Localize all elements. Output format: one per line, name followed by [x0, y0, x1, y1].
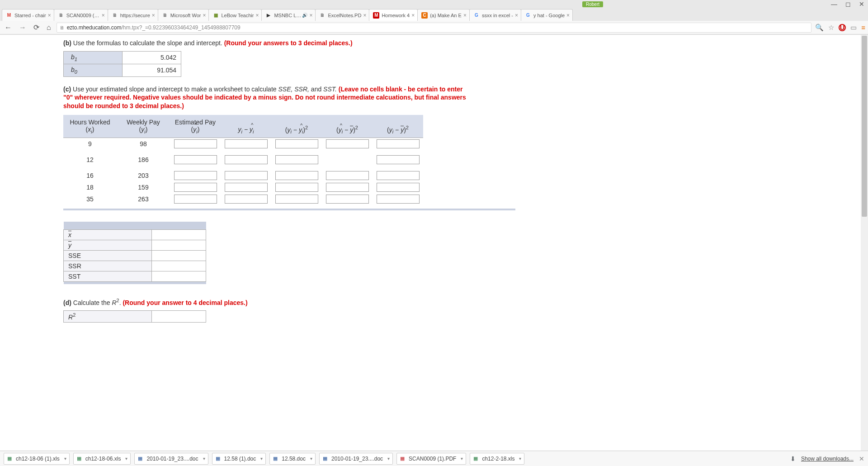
- worksheet-input[interactable]: [174, 195, 217, 204]
- close-download-bar[interactable]: ✕: [859, 455, 864, 462]
- tab-close-icon[interactable]: ×: [309, 12, 312, 19]
- worksheet-input[interactable]: [174, 139, 217, 148]
- scrollbar-track[interactable]: ▲ ▼: [861, 35, 868, 465]
- reload-button[interactable]: ⟳: [32, 22, 41, 33]
- download-item[interactable]: ▦12.58 (1).doc▾: [212, 453, 266, 465]
- tab-close-icon[interactable]: ×: [566, 12, 570, 19]
- worksheet-input[interactable]: [377, 183, 420, 192]
- browser-tab[interactable]: 🗎 SCAN0009 (1). ×: [54, 9, 108, 21]
- r2-input[interactable]: [154, 312, 206, 322]
- worksheet-input[interactable]: [326, 139, 369, 148]
- worksheet-input[interactable]: [326, 171, 369, 180]
- tab-close-icon[interactable]: ×: [515, 12, 518, 19]
- close-window-icon[interactable]: ✕: [859, 0, 864, 8]
- worksheet-input[interactable]: [326, 183, 369, 192]
- download-dropdown-icon[interactable]: ▾: [203, 456, 205, 461]
- show-all-downloads[interactable]: Show all downloads...: [801, 456, 854, 462]
- summary-input[interactable]: [154, 261, 206, 271]
- download-item[interactable]: ▦ch12-2-18.xls▾: [470, 453, 524, 465]
- back-button[interactable]: ←: [3, 23, 14, 33]
- worksheet-input[interactable]: [275, 183, 318, 192]
- favicon: ▶: [265, 12, 272, 19]
- download-dropdown-icon[interactable]: ▾: [260, 456, 263, 461]
- worksheet-input[interactable]: [225, 139, 268, 148]
- summary-input-cell: [152, 251, 206, 261]
- summary-input[interactable]: [154, 271, 206, 281]
- worksheet-input[interactable]: [225, 155, 268, 164]
- excel-icon: ▦: [6, 455, 13, 462]
- worksheet-input[interactable]: [174, 171, 217, 180]
- download-filename: ch12-18-06 (1).xls: [16, 456, 60, 462]
- device-icon[interactable]: ▭: [850, 24, 857, 32]
- b1-value[interactable]: 5.042: [123, 52, 181, 64]
- tab-close-icon[interactable]: ×: [102, 12, 105, 19]
- download-item[interactable]: ▦12.58.doc▾: [269, 453, 316, 465]
- download-item[interactable]: ▦ch12-18-06 (1).xls▾: [4, 453, 70, 465]
- worksheet-input[interactable]: [174, 155, 217, 164]
- worksheet-input[interactable]: [377, 139, 420, 148]
- download-dropdown-icon[interactable]: ▾: [310, 456, 312, 461]
- summary-label: SSR: [64, 261, 152, 271]
- tab-close-icon[interactable]: ×: [152, 12, 155, 19]
- home-button[interactable]: ⌂: [45, 23, 53, 33]
- download-dropdown-icon[interactable]: ▾: [125, 456, 127, 461]
- worksheet-input[interactable]: [275, 155, 318, 164]
- browser-tab[interactable]: 🗎 https://secure ×: [108, 9, 158, 21]
- maximize-icon[interactable]: ◻: [845, 0, 851, 8]
- browser-tab[interactable]: M Starred - chair ×: [2, 9, 54, 21]
- summary-input[interactable]: [154, 240, 206, 250]
- worksheet-input[interactable]: [174, 183, 217, 192]
- worksheet-input[interactable]: [225, 183, 268, 192]
- browser-tab[interactable]: G ssxx in excel - ×: [469, 9, 521, 21]
- summary-input[interactable]: [154, 251, 206, 261]
- browser-tab[interactable]: ▶ MSNBC Live 🔊 ×: [261, 9, 316, 21]
- user-badge[interactable]: Robert: [582, 1, 603, 7]
- download-dropdown-icon[interactable]: ▾: [519, 456, 521, 461]
- download-dropdown-icon[interactable]: ▾: [387, 456, 390, 461]
- download-item[interactable]: ▦2010-01-19_23....doc▾: [319, 453, 393, 465]
- download-dropdown-icon[interactable]: ▾: [461, 456, 463, 461]
- r2-label: R2: [64, 311, 152, 323]
- url-input[interactable]: 🗎 ezto.mheducation.com/hm.tpx?_=0.922396…: [57, 23, 812, 33]
- tab-close-icon[interactable]: ×: [411, 12, 415, 19]
- browser-tab[interactable]: 🗎 Microsoft Wor ×: [158, 9, 209, 21]
- tab-close-icon[interactable]: ×: [363, 12, 366, 19]
- worksheet-input[interactable]: [275, 195, 318, 204]
- zoom-icon[interactable]: 🔍: [815, 24, 824, 32]
- forward-button[interactable]: →: [17, 23, 28, 33]
- browser-tab[interactable]: M Homework 4 ×: [369, 9, 418, 21]
- bookmark-star-icon[interactable]: ☆: [828, 24, 834, 32]
- download-item[interactable]: ▦SCAN0009 (1).PDF▾: [396, 453, 466, 465]
- b0-value[interactable]: 91.054: [123, 64, 181, 76]
- browser-tab[interactable]: G y hat - Google ×: [521, 9, 573, 21]
- scrollbar-thumb[interactable]: [862, 36, 867, 217]
- worksheet-input[interactable]: [225, 195, 268, 204]
- download-item[interactable]: ▦ch12-18-06.xls▾: [73, 453, 131, 465]
- worksheet-input[interactable]: [377, 171, 420, 180]
- worksheet-input[interactable]: [275, 171, 318, 180]
- tab-title: SCAN0009 (1).: [66, 13, 100, 18]
- audio-icon[interactable]: 🔊: [302, 13, 307, 18]
- tab-close-icon[interactable]: ×: [463, 12, 467, 19]
- cell-x: 35: [63, 193, 117, 205]
- browser-tab[interactable]: ▦ LeBow Teachir ×: [208, 9, 262, 21]
- tab-close-icon[interactable]: ×: [203, 12, 206, 19]
- worksheet-input[interactable]: [326, 195, 369, 204]
- browser-tab[interactable]: 🗎 ExcelNotes.PD ×: [315, 9, 369, 21]
- tab-close-icon[interactable]: ×: [48, 12, 51, 19]
- page-content: (b) Use the formulas to calculate the sl…: [0, 35, 868, 460]
- browser-tab[interactable]: C (a) Make An E ×: [417, 9, 470, 21]
- minimize-icon[interactable]: —: [831, 0, 837, 8]
- hamburger-menu-icon[interactable]: ≡: [861, 24, 865, 31]
- summary-label: y: [64, 240, 152, 251]
- summary-input[interactable]: [154, 230, 206, 240]
- ublock-icon[interactable]: U: [839, 24, 846, 31]
- worksheet-input[interactable]: [377, 155, 420, 164]
- worksheet-input[interactable]: [225, 171, 268, 180]
- download-item[interactable]: ▦2010-01-19_23....doc▾: [134, 453, 208, 465]
- summary-blank-hdr: [64, 222, 206, 230]
- worksheet-input[interactable]: [377, 195, 420, 204]
- tab-close-icon[interactable]: ×: [255, 12, 259, 19]
- worksheet-input[interactable]: [275, 139, 318, 148]
- download-dropdown-icon[interactable]: ▾: [64, 456, 66, 461]
